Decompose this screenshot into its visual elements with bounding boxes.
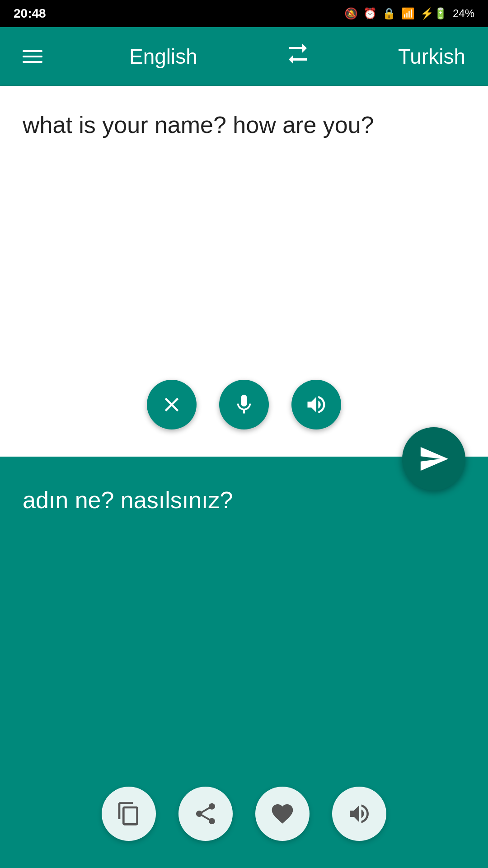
volume-icon [305, 393, 328, 416]
speak-source-button[interactable] [291, 380, 341, 429]
signal-icon: 📶 [401, 7, 415, 20]
lock-icon: 🔒 [382, 7, 396, 20]
status-time: 20:48 [14, 6, 46, 21]
status-bar: 20:48 🔕 ⏰ 🔒 📶 ⚡🔋 24% [0, 0, 488, 27]
menu-line-3 [23, 61, 42, 63]
translation-text: adın ne? nasılsınız? [23, 484, 465, 517]
volume-translation-icon [347, 801, 372, 826]
speak-translation-button[interactable] [332, 787, 386, 841]
app-header: English Turkish [0, 27, 488, 86]
copy-button[interactable] [102, 787, 156, 841]
target-language-button[interactable]: Turkish [398, 44, 465, 69]
microphone-icon [232, 393, 256, 416]
share-icon [193, 801, 218, 826]
source-text[interactable]: what is your name? how are you? [0, 86, 488, 142]
source-panel: what is your name? how are you? [0, 86, 488, 457]
notification-icon: 🔕 [344, 7, 358, 20]
battery-percent: 24% [453, 7, 474, 20]
microphone-button[interactable] [219, 380, 269, 429]
battery-icon: ⚡🔋 [420, 7, 447, 20]
swap-icon [284, 40, 311, 67]
clear-button[interactable] [147, 380, 197, 429]
source-language-button[interactable]: English [129, 44, 197, 69]
status-icons: 🔕 ⏰ 🔒 📶 ⚡🔋 24% [344, 7, 474, 20]
swap-languages-button[interactable] [284, 40, 311, 73]
alarm-icon: ⏰ [363, 7, 377, 20]
menu-line-1 [23, 50, 42, 52]
source-controls [0, 380, 488, 429]
share-button[interactable] [178, 787, 233, 841]
translation-panel: adın ne? nasılsınız? [0, 457, 488, 868]
translate-button[interactable] [402, 427, 465, 491]
main-content: what is your name? how are you? [0, 86, 488, 868]
translation-controls [0, 787, 488, 841]
copy-icon [116, 801, 141, 826]
menu-line-2 [23, 56, 42, 57]
favorite-button[interactable] [255, 787, 310, 841]
clear-icon [160, 393, 183, 416]
heart-icon [270, 801, 295, 826]
menu-button[interactable] [23, 50, 42, 63]
send-icon [418, 443, 450, 475]
